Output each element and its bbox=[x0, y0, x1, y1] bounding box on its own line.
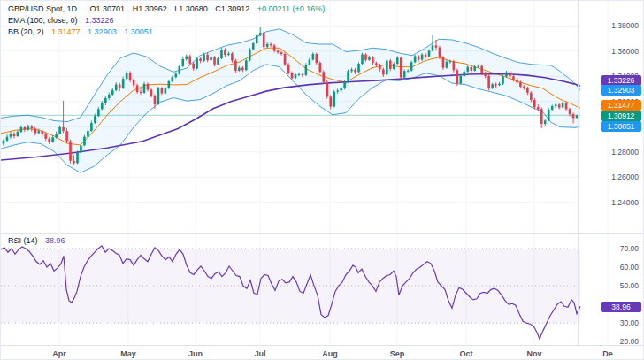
candle-body bbox=[69, 142, 72, 161]
candle-body bbox=[41, 131, 43, 134]
candle-body bbox=[357, 64, 360, 72]
candle-body bbox=[51, 137, 54, 142]
month-label: Sep bbox=[390, 349, 405, 358]
candle-body bbox=[192, 64, 195, 69]
change-value: +0.00211 (+0.16%) bbox=[257, 4, 325, 13]
candle-body bbox=[466, 67, 469, 72]
candle-body bbox=[185, 57, 188, 59]
candle-body bbox=[31, 126, 34, 128]
candle-body bbox=[418, 57, 420, 60]
candle-body bbox=[318, 63, 321, 72]
candle-body bbox=[277, 51, 280, 53]
candle-body bbox=[558, 104, 561, 107]
candle-body bbox=[133, 80, 135, 86]
candle-body bbox=[302, 74, 304, 75]
candle-body bbox=[487, 76, 490, 88]
candle-body bbox=[425, 55, 427, 57]
candle-body bbox=[336, 90, 339, 91]
legend-row-symbol[interactable]: GBP/USD Spot, 1D O1.30701 H1.30962 L1.30… bbox=[8, 4, 325, 15]
candle-body bbox=[172, 77, 174, 81]
candle-body bbox=[252, 43, 255, 50]
candle-body bbox=[389, 60, 392, 68]
candle-body bbox=[210, 57, 212, 60]
candle-body bbox=[58, 127, 61, 134]
candle-body bbox=[350, 70, 353, 72]
candle-body bbox=[555, 104, 557, 106]
candle-body bbox=[231, 54, 234, 61]
candle-body bbox=[432, 45, 434, 50]
candle-body bbox=[83, 137, 86, 146]
price-tick-label: 1.38000 bbox=[611, 21, 639, 30]
candle-body bbox=[174, 73, 177, 77]
candle-body bbox=[473, 66, 476, 71]
bb-upper-value: 1.32903 bbox=[88, 27, 117, 36]
candle-body bbox=[347, 71, 349, 81]
candle-body bbox=[494, 84, 497, 85]
candle-body bbox=[181, 59, 184, 66]
candle-body bbox=[111, 90, 114, 95]
rsi-legend-row[interactable]: RSI (14) 38.96 bbox=[8, 236, 65, 245]
candle-body bbox=[165, 88, 167, 94]
low-value: 1.30680 bbox=[179, 4, 208, 13]
candle-body bbox=[136, 85, 139, 92]
candle-body bbox=[548, 110, 550, 120]
candle-body bbox=[168, 81, 171, 88]
candle-body bbox=[10, 134, 12, 137]
candle-body bbox=[280, 52, 283, 54]
bb-lower-value: 1.30051 bbox=[124, 27, 153, 36]
candle-body bbox=[449, 61, 452, 62]
candle-body bbox=[516, 80, 518, 82]
bb-basis-badge: 1.31477 bbox=[601, 100, 641, 111]
candle-body bbox=[544, 120, 547, 124]
legend-row-bb[interactable]: BB (20, 2) 1.31477 1.32903 1.30051 bbox=[8, 27, 325, 38]
candle-body bbox=[480, 66, 483, 73]
high-value: 1.30962 bbox=[138, 4, 167, 13]
candle-body bbox=[203, 55, 205, 61]
candle-body bbox=[126, 73, 128, 79]
candle-body bbox=[572, 114, 575, 118]
candle-body bbox=[414, 57, 417, 63]
candle-body bbox=[115, 85, 118, 90]
candle-body bbox=[340, 88, 342, 90]
rsi-tick-label: 30.00 bbox=[620, 318, 639, 327]
legend-row-ema[interactable]: EMA (100, close, 0) 1.33226 bbox=[8, 15, 325, 27]
candle-body bbox=[224, 50, 226, 55]
candle-body bbox=[523, 87, 525, 88]
candle-body bbox=[273, 45, 276, 50]
candle-body bbox=[562, 103, 564, 107]
candle-body bbox=[326, 82, 328, 97]
chart-canvas[interactable] bbox=[1, 1, 644, 360]
candle-body bbox=[108, 95, 111, 98]
open-value: 1.30701 bbox=[96, 4, 126, 13]
month-label: May bbox=[120, 349, 136, 358]
candle-body bbox=[565, 103, 568, 109]
candle-body bbox=[249, 50, 251, 61]
candle-body bbox=[361, 55, 364, 65]
candle-body bbox=[305, 65, 308, 75]
candle-body bbox=[291, 73, 294, 78]
candle-body bbox=[372, 57, 374, 64]
candle-body bbox=[178, 66, 180, 74]
candle-body bbox=[48, 139, 50, 142]
candle-body bbox=[140, 92, 142, 93]
candle-body bbox=[150, 89, 153, 96]
candle-body bbox=[44, 134, 47, 139]
candle-body bbox=[421, 55, 424, 60]
month-label: Aug bbox=[322, 349, 338, 358]
candle-body bbox=[382, 69, 385, 74]
candle-body bbox=[463, 72, 465, 76]
candle-body bbox=[154, 96, 157, 104]
candle-body bbox=[101, 103, 104, 109]
candle-body bbox=[188, 57, 191, 64]
candle-body bbox=[491, 84, 494, 88]
candle-body bbox=[217, 58, 219, 65]
candle-body bbox=[76, 153, 79, 164]
symbol-title: GBP/USD Spot, 1D bbox=[8, 4, 77, 13]
candle-body bbox=[147, 84, 150, 90]
candle-body bbox=[526, 88, 529, 92]
candle-body bbox=[13, 134, 16, 136]
price-tick-label: 1.36000 bbox=[611, 47, 639, 56]
candle-body bbox=[90, 123, 93, 131]
rsi-tick-label: 60.00 bbox=[620, 263, 639, 272]
candle-body bbox=[242, 68, 244, 71]
